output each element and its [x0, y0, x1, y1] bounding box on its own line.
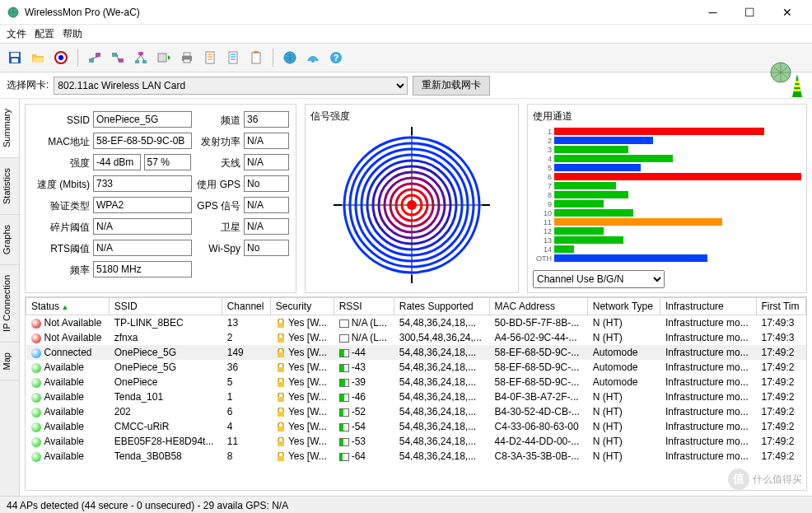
chan-field[interactable] — [244, 111, 289, 128]
rts-field[interactable] — [93, 240, 192, 256]
help-icon[interactable]: ? — [326, 48, 346, 68]
table-row[interactable]: ConnectedOnePiece_5G149 Yes [W...-4454,4… — [26, 345, 806, 360]
channel-bar-row: 4 — [533, 154, 801, 163]
svg-text:?: ? — [334, 53, 339, 63]
menu-file[interactable]: 文件 — [7, 27, 26, 41]
clipboard-icon[interactable] — [246, 48, 266, 68]
col-header[interactable]: Security — [270, 298, 334, 315]
gps-field[interactable] — [244, 175, 289, 192]
chan-label: 频道 — [195, 111, 240, 129]
speed-field[interactable] — [93, 175, 192, 192]
col-header[interactable]: Status ▲ — [26, 298, 110, 315]
watermark: 值 什么值得买 — [728, 469, 802, 490]
table-row[interactable]: AvailableTenda_3B0B588 Yes [W...-6454,48… — [26, 449, 806, 464]
table-row[interactable]: Available2026 Yes [W...-5254,48,36,24,18… — [26, 404, 806, 419]
svg-point-22 — [311, 59, 315, 63]
net3-icon[interactable] — [131, 48, 151, 68]
ant-field[interactable] — [244, 154, 289, 170]
channel-bar-row: 6 — [533, 172, 801, 181]
table-row[interactable]: AvailableOnePiece5 Yes [W...-3954,48,36,… — [26, 375, 806, 389]
table-row[interactable]: AvailableTenda_1011 Yes [W...-4654,48,36… — [26, 389, 806, 404]
freq-field[interactable] — [93, 261, 192, 277]
tx-field[interactable] — [244, 133, 289, 149]
doc2-icon[interactable] — [223, 48, 243, 68]
col-header[interactable]: Channel — [222, 298, 270, 315]
ssid-label: SSID — [32, 111, 90, 129]
radar-chart-icon — [334, 127, 490, 283]
menu-config[interactable]: 配置 — [35, 27, 54, 41]
window-title: WirelessMon Pro (We-aC) — [25, 7, 694, 18]
ssid-field[interactable] — [93, 111, 192, 128]
doc1-icon[interactable] — [200, 48, 220, 68]
channel-mode-select[interactable]: Channel Use B/G/N — [533, 270, 665, 288]
gps-label: 使用 GPS — [195, 175, 240, 194]
col-header[interactable]: MAC Address — [489, 298, 587, 315]
table-row[interactable]: AvailableCMCC-uRiR4 Yes [W...-5454,48,36… — [26, 419, 806, 434]
str-dbm-field[interactable] — [93, 154, 141, 170]
wispy-field[interactable] — [244, 240, 289, 256]
open-icon[interactable] — [28, 48, 48, 68]
table-row[interactable]: Not AvailableTP-LINK_8BEC13 Yes [W...N/A… — [26, 315, 806, 331]
svg-rect-48 — [278, 338, 284, 343]
net1-icon[interactable] — [85, 48, 105, 68]
side-tabs: Summary Statistics Graphs IP Connection … — [0, 99, 20, 496]
svg-point-5 — [58, 55, 63, 60]
net2-icon[interactable] — [108, 48, 128, 68]
antenna-icon — [766, 58, 807, 99]
maximize-button[interactable]: ☐ — [731, 1, 768, 24]
play-icon[interactable] — [154, 48, 174, 68]
wispy-label: Wi-Spy — [195, 240, 240, 258]
svg-rect-15 — [184, 53, 190, 56]
signal-icon[interactable] — [303, 48, 323, 68]
tab-map[interactable]: Map — [0, 343, 19, 380]
channel-bar-row: 10 — [533, 208, 801, 217]
ant-label: 天线 — [195, 154, 240, 172]
col-header[interactable]: Rates Supported — [394, 298, 489, 315]
mac-field[interactable] — [93, 133, 192, 149]
mac-label: MAC地址 — [32, 133, 90, 151]
frag-field[interactable] — [93, 218, 192, 235]
svg-rect-8 — [112, 53, 117, 57]
tab-statistics[interactable]: Statistics — [0, 158, 19, 215]
ap-grid[interactable]: Status ▲SSIDChannelSecurityRSSIRates Sup… — [25, 296, 807, 491]
svg-rect-3 — [12, 58, 18, 63]
menu-help[interactable]: 帮助 — [63, 27, 82, 41]
channel-bar-row: 12 — [533, 226, 801, 236]
col-header[interactable]: Network Type — [587, 298, 660, 315]
channel-bar-row: 9 — [533, 199, 801, 208]
svg-rect-19 — [252, 53, 260, 63]
table-row[interactable]: AvailableOnePiece_5G36 Yes [W...-4354,48… — [26, 360, 806, 375]
signal-strength-panel: 信号强度 — [305, 104, 519, 293]
minimize-button[interactable]: ─ — [694, 1, 731, 24]
tab-ipconnection[interactable]: IP Connection — [0, 265, 19, 343]
table-row[interactable]: Not Availablezfnxa2 Yes [W...N/A (L...30… — [26, 330, 806, 345]
svg-rect-50 — [278, 367, 284, 372]
target-icon[interactable] — [51, 48, 71, 68]
channel-bar-row: 11 — [533, 217, 801, 226]
channel-bar-row: 1 — [533, 127, 801, 136]
svg-rect-47 — [278, 323, 284, 328]
gpssig-field[interactable] — [244, 197, 289, 213]
str-pct-field[interactable] — [144, 154, 192, 170]
auth-field[interactable] — [93, 197, 192, 213]
col-header[interactable]: First Tim — [756, 298, 806, 315]
adapter-select[interactable]: 802.11ac Wireless LAN Card — [54, 77, 408, 95]
globe-icon[interactable] — [280, 48, 300, 68]
channel-bar-row: 14 — [533, 245, 801, 254]
save-icon[interactable] — [5, 48, 25, 68]
print-icon[interactable] — [177, 48, 197, 68]
channel-title: 使用通道 — [533, 110, 801, 124]
frag-label: 碎片阈值 — [32, 218, 90, 236]
col-header[interactable]: SSID — [109, 298, 222, 315]
col-header[interactable]: RSSI — [334, 298, 394, 315]
col-header[interactable]: Infrastructure — [660, 298, 756, 315]
sat-field[interactable] — [244, 218, 289, 235]
channel-bar-row: 13 — [533, 236, 801, 245]
svg-point-46 — [407, 200, 417, 210]
close-button[interactable]: ✕ — [768, 1, 805, 24]
tab-summary[interactable]: Summary — [0, 99, 19, 158]
reload-button[interactable]: 重新加载网卡 — [413, 76, 490, 96]
svg-rect-55 — [278, 441, 284, 446]
tab-graphs[interactable]: Graphs — [0, 215, 19, 265]
table-row[interactable]: AvailableEBE05F28-HE8D94t...11 Yes [W...… — [26, 434, 806, 449]
